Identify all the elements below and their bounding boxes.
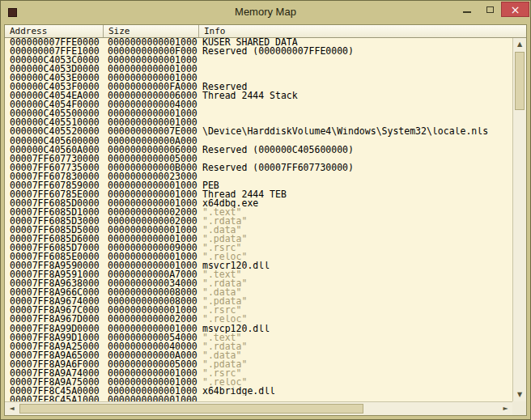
address-cell: 000000C405520000 (5, 127, 104, 136)
address-cell: 00007FF8A9A74000 (5, 369, 104, 378)
size-cell: 0000000000001000 (104, 387, 199, 396)
table-row[interactable]: 000000C4053D00000000000000001000 (5, 65, 512, 74)
info-cell: Thread 2444 TEB (199, 190, 512, 199)
address-cell: 00007FF6085D6000 (5, 235, 104, 244)
size-cell: 0000000000001000 (104, 181, 199, 190)
table-row[interactable]: 000000C40560A0000000000000006000Reserved… (5, 146, 512, 155)
info-cell: ".pdata" (199, 360, 512, 369)
address-cell: 00007FF607859000 (5, 181, 104, 190)
address-cell: 000000C4054F0000 (5, 100, 104, 109)
address-cell: 00007FF8A99D0000 (5, 325, 104, 333)
size-cell: 00000000000A7000 (104, 270, 199, 279)
table-row[interactable]: 000000C4053C00000000000000001000 (5, 56, 512, 65)
vertical-scrollbar-thumb[interactable] (515, 52, 525, 110)
table-row[interactable]: 00007FF6085D50000000000000001000".data" (5, 226, 512, 235)
scroll-up-button[interactable]: ▲ (513, 38, 526, 51)
horizontal-scrollbar[interactable]: ◄ ► (5, 401, 512, 415)
table-row[interactable]: 000000C405520000000000000007E000\Device\… (5, 127, 512, 136)
address-cell: 000000C4053C0000 (5, 56, 104, 65)
table-row[interactable]: 00007FF60785E0000000000000001000Thread 2… (5, 190, 512, 199)
address-cell: 00007FF8A9590000 (5, 261, 104, 270)
address-cell: 00007FF8A9591000 (5, 270, 104, 279)
table-row[interactable]: 000000C405600000000000000000A000 (5, 137, 512, 146)
table-row[interactable]: 00007FF8A9A750000000000000001000".reloc" (5, 378, 512, 387)
info-cell: ".text" (199, 270, 512, 279)
table-row[interactable]: 00007FF6078300000000000000023000 (5, 172, 512, 181)
table-row[interactable]: 00007FF6085D70000000000000009000".rsrc" (5, 244, 512, 252)
column-header-info[interactable]: Info (199, 25, 526, 37)
table-row[interactable]: 000000007FFE1000000000000000F000Reserved… (5, 47, 512, 56)
table-row[interactable]: 00007FF8A967C0000000000000001000".rsrc" (5, 306, 512, 315)
size-cell: 000000000000F000 (104, 47, 199, 56)
info-cell (199, 74, 512, 83)
size-cell: 0000000000040000 (104, 342, 199, 351)
info-cell (199, 65, 512, 74)
size-cell: 0000000000002000 (104, 315, 199, 324)
table-row[interactable]: 00007FF8A959100000000000000A7000".text" (5, 270, 512, 279)
info-cell: ".pdata" (199, 235, 512, 244)
info-cell: msvcr120.dll (199, 261, 512, 270)
table-row[interactable]: 000000C4053E00000000000000001000 (5, 74, 512, 83)
table-row[interactable]: 00007FF6085D00000000000000001000x64dbg.e… (5, 199, 512, 208)
size-cell: 0000000000001000 (104, 235, 199, 244)
table-row[interactable]: 000000C4055000000000000000001000 (5, 109, 512, 118)
table-row[interactable]: 00007FF6077300000000000000005000 (5, 155, 512, 163)
address-cell: 00007FF607730000 (5, 155, 104, 163)
info-cell: KUSER_SHARED_DATA (199, 38, 512, 47)
address-cell: 00007FF60785E000 (5, 190, 104, 199)
table-row[interactable]: 00007FF607735000000000000000B000Reserved… (5, 163, 512, 172)
table-row[interactable]: 00007FF8A967D0000000000000002000".reloc" (5, 315, 512, 324)
maximize-button[interactable] (478, 2, 501, 17)
table-row[interactable]: 00007FF8A966C0000000000000008000".data" (5, 288, 512, 297)
size-cell: 0000000000008000 (104, 297, 199, 306)
table-row[interactable]: 00007FF8A9A6F0000000000000005000".pdata" (5, 360, 512, 369)
minimize-button[interactable] (456, 2, 478, 17)
table-row[interactable]: 00007FF8A96740000000000000008000".pdata" (5, 297, 512, 306)
table-row[interactable]: 00007FF8A9A65000000000000000A000".data" (5, 351, 512, 360)
info-cell (199, 118, 512, 127)
window-title: Memory Map (1, 1, 530, 24)
table-row[interactable]: 00007FF8A99D00000000000000001000msvcp120… (5, 325, 512, 333)
size-cell: 0000000000009000 (104, 244, 199, 252)
column-header-size[interactable]: Size (104, 25, 199, 37)
size-cell: 0000000000001000 (104, 65, 199, 74)
info-cell: Reserved (199, 83, 512, 91)
size-cell: 0000000000001000 (104, 74, 199, 83)
table-row[interactable]: 000000007FFE00000000000000001000KUSER_SH… (5, 38, 512, 47)
table-row[interactable]: 00007FF8A95900000000000000001000msvcr120… (5, 261, 512, 270)
info-cell: Reserved (000000C405600000) (199, 146, 512, 155)
table-row[interactable]: 00007FF6085D10000000000000002000".text" (5, 208, 512, 217)
table-row[interactable]: 00007FF6078590000000000000001000PEB (5, 181, 512, 190)
horizontal-scrollbar-thumb[interactable] (19, 404, 363, 414)
titlebar[interactable]: Memory Map × (1, 1, 530, 24)
table-row[interactable]: 00007FF8A9A740000000000000001000".rsrc" (5, 369, 512, 378)
table-row[interactable]: 00007FF8C45A10000000000000001000 (5, 396, 512, 401)
table-row[interactable]: 000000C4054F00000000000000004000 (5, 100, 512, 109)
info-cell: ".data" (199, 226, 512, 235)
table-row[interactable]: 000000C4055100000000000000001000 (5, 118, 512, 127)
close-icon: × (511, 4, 520, 15)
table-row[interactable]: 00007FF8A96380000000000000034000".rdata" (5, 279, 512, 288)
scroll-left-button[interactable]: ◄ (5, 402, 19, 415)
info-cell: ".data" (199, 351, 512, 360)
address-cell: 00007FF8C45A0000 (5, 387, 104, 396)
scroll-down-button[interactable]: ▼ (513, 388, 526, 401)
right-arrow-icon: ► (503, 405, 508, 412)
vertical-scrollbar[interactable]: ▲ ▼ (512, 38, 526, 401)
table-row[interactable]: 00007FF8C45A00000000000000001000x64bridg… (5, 387, 512, 396)
close-button[interactable]: × (501, 2, 529, 17)
table-row[interactable]: 00007FF6085D30000000000000002000".rdata" (5, 217, 512, 226)
size-cell: 00000000000FA000 (104, 83, 199, 91)
table-row[interactable]: 00007FF6085E00000000000000001000".reloc" (5, 252, 512, 261)
table-row[interactable]: 00007FF6085D60000000000000001000".pdata" (5, 235, 512, 244)
table-row[interactable]: 00007FF8A9A250000000000000040000".rdata" (5, 342, 512, 351)
info-cell: ".text" (199, 208, 512, 217)
info-cell: Reserved (00007FF607730000) (199, 163, 512, 172)
column-header-address[interactable]: Address (5, 25, 104, 37)
table-row[interactable]: 00007FF8A99D10000000000000054000".text" (5, 333, 512, 342)
info-cell: ".rsrc" (199, 244, 512, 252)
scroll-right-button[interactable]: ► (499, 402, 512, 415)
table-row[interactable]: 000000C4053F000000000000000FA000Reserved (5, 83, 512, 91)
table-row[interactable]: 000000C4054EA0000000000000006000Thread 2… (5, 91, 512, 100)
address-cell: 00007FF8A966C000 (5, 288, 104, 297)
